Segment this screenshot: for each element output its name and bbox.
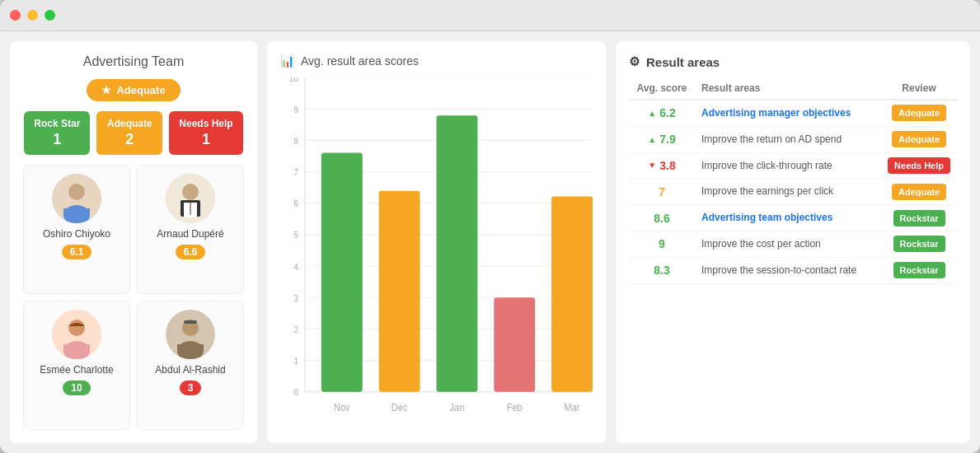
- result-label-1: Improve the return on AD spend: [701, 133, 842, 145]
- svg-text:0: 0: [293, 387, 298, 398]
- rockstar-badge: Rock Star 1: [24, 111, 90, 155]
- result-areas-panel: ⚙ Result areas Avg. score Result areas R…: [616, 41, 970, 443]
- label-cell-4: Advertising team objectives: [695, 205, 881, 231]
- score-cell-4: 8.6: [629, 205, 695, 231]
- result-label-4: Advertising team objectives: [701, 212, 832, 223]
- table-header: Avg. score Result areas Review: [629, 77, 957, 100]
- svg-rect-3: [63, 208, 90, 217]
- score-val-2: 3.8: [659, 159, 675, 172]
- titlebar: [0, 0, 980, 31]
- minimize-button[interactable]: [27, 10, 38, 21]
- team-status-badge: ★ Adequate: [87, 79, 180, 101]
- member-score-0: 6.1: [62, 245, 92, 259]
- col-score: Avg. score: [629, 77, 695, 100]
- table-row-5: 9Improve the cost per actionRockstar: [629, 231, 957, 257]
- svg-point-5: [182, 184, 199, 200]
- review-cell-1: Adequate: [881, 126, 957, 152]
- review-cell-6: Rockstar: [881, 257, 957, 283]
- label-cell-6: Improve the session-to-contact rate: [695, 257, 881, 283]
- review-badge-5: Rockstar: [893, 236, 945, 252]
- review-cell-5: Rockstar: [881, 231, 957, 257]
- svg-text:1: 1: [293, 355, 298, 366]
- adequate-badge-count: Adequate 2: [96, 111, 162, 155]
- table-row-2: ▼3.8Improve the click-through rateNeeds …: [629, 152, 957, 179]
- chart-title: 📊 Avg. result area scores: [280, 54, 593, 68]
- review-badge-4: Rockstar: [893, 210, 945, 226]
- member-score-3: 3: [180, 381, 202, 395]
- score-val-1: 7.9: [659, 133, 675, 146]
- svg-point-10: [68, 320, 85, 336]
- chart-area: 10 9 8 7 6 5 4 3 2 1 0: [280, 77, 593, 430]
- label-cell-3: Improve the earnings per click: [695, 179, 881, 205]
- table-row-1: ▲7.9Improve the return on AD spendAdequa…: [629, 126, 957, 152]
- review-badge-3: Adequate: [892, 184, 946, 200]
- col-result-areas: Result areas: [695, 77, 881, 100]
- result-areas-title-text: Result areas: [646, 55, 720, 69]
- result-label-5: Improve the cost per action: [701, 238, 821, 250]
- svg-rect-17: [184, 320, 197, 324]
- rockstar-count: 1: [34, 131, 80, 148]
- result-label-3: Improve the earnings per click: [701, 185, 833, 197]
- label-cell-5: Improve the cost per action: [695, 231, 881, 257]
- star-icon: ★: [101, 84, 111, 96]
- bar-mar: [551, 197, 593, 392]
- svg-rect-16: [177, 344, 204, 353]
- status-row: Rock Star 1 Adequate 2 Needs Help 1: [23, 111, 244, 155]
- svg-text:9: 9: [293, 104, 298, 114]
- main-window: Advertising Team ★ Adequate Rock Star 1 …: [0, 0, 980, 453]
- needs-help-label: Needs Help: [179, 118, 232, 129]
- score-val-4: 8.6: [654, 212, 669, 225]
- label-cell-2: Improve the click-through rate: [695, 152, 881, 179]
- review-badge-6: Rockstar: [893, 262, 945, 278]
- score-cell-6: 8.3: [629, 257, 695, 283]
- svg-text:10: 10: [289, 77, 298, 83]
- x-label-nov: Nov: [334, 401, 350, 413]
- avatar-2: [52, 310, 101, 359]
- chart-panel: 📊 Avg. result area scores 10 9 8 7: [267, 41, 606, 443]
- team-member-2: Esmée Charlotte 10: [23, 301, 130, 430]
- adequate-label: Adequate: [106, 118, 152, 129]
- bar-jan: [437, 115, 478, 391]
- review-cell-3: Adequate: [881, 179, 957, 205]
- result-icon: ⚙: [629, 54, 640, 69]
- chart-icon: 📊: [280, 54, 294, 68]
- score-cell-0: ▲6.2: [629, 100, 695, 126]
- chart-svg: 10 9 8 7 6 5 4 3 2 1 0: [280, 77, 593, 430]
- x-label-dec: Dec: [392, 401, 408, 413]
- result-label-6: Improve the session-to-contact rate: [701, 264, 856, 276]
- maximize-button[interactable]: [45, 10, 55, 21]
- svg-rect-12: [63, 344, 90, 353]
- review-cell-0: Adequate: [881, 100, 957, 126]
- col-review: Review: [881, 77, 957, 100]
- chart-title-text: Avg. result area scores: [301, 54, 419, 68]
- team-grid: Oshiro Chiyoko 6.1 Arnaud Dupé: [23, 165, 244, 430]
- close-button[interactable]: [10, 10, 21, 21]
- avatar-3: [166, 310, 215, 359]
- table-row-3: 7Improve the earnings per clickAdequate: [629, 179, 957, 205]
- score-val-5: 9: [659, 237, 665, 250]
- content-area: Advertising Team ★ Adequate Rock Star 1 …: [0, 31, 980, 453]
- bar-dec: [379, 191, 420, 392]
- avatar-0: [52, 174, 101, 223]
- team-status-label: Adequate: [116, 84, 165, 96]
- svg-text:2: 2: [293, 324, 298, 334]
- svg-text:4: 4: [293, 261, 298, 272]
- table-row-4: 8.6Advertising team objectivesRockstar: [629, 205, 957, 231]
- score-cell-5: 9: [629, 231, 695, 257]
- svg-text:3: 3: [293, 292, 298, 303]
- team-member-0: Oshiro Chiyoko 6.1: [23, 165, 130, 294]
- avatar-1: [166, 174, 215, 223]
- score-val-3: 7: [659, 185, 665, 198]
- score-cell-1: ▲7.9: [629, 126, 695, 152]
- label-cell-1: Improve the return on AD spend: [695, 126, 881, 152]
- member-score-1: 6.6: [176, 245, 206, 259]
- result-table: Avg. score Result areas Review ▲6.2Adver…: [629, 77, 957, 284]
- result-label-0: Advertising manager objectives: [701, 107, 851, 119]
- rockstar-label: Rock Star: [34, 118, 80, 129]
- result-label-2: Improve the click-through rate: [701, 160, 832, 171]
- svg-text:6: 6: [293, 198, 298, 209]
- needs-help-badge: Needs Help 1: [169, 111, 242, 155]
- bar-feb: [494, 297, 535, 392]
- x-label-jan: Jan: [450, 401, 465, 413]
- panel-title: Advertising Team: [23, 54, 244, 69]
